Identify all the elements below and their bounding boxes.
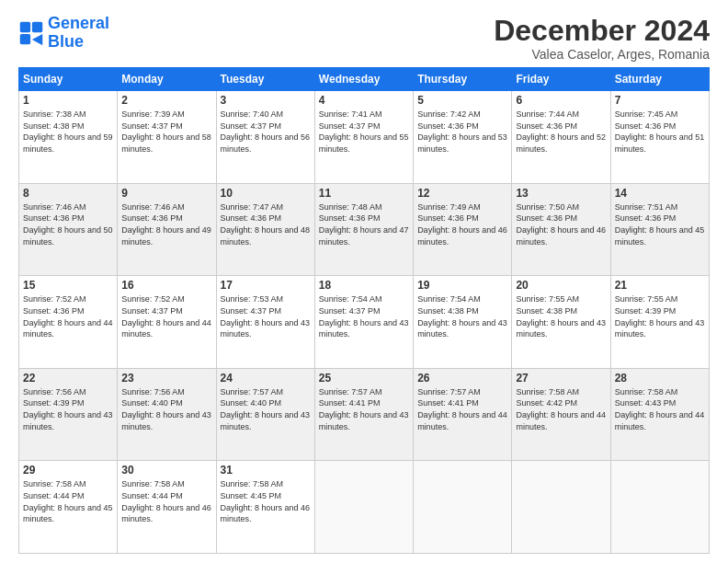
calendar-day-cell: 13Sunrise: 7:50 AMSunset: 4:36 PMDayligh… xyxy=(512,183,610,276)
title-block: December 2024 Valea Caselor, Arges, Roma… xyxy=(494,15,710,62)
calendar-day-cell xyxy=(512,461,610,554)
day-info: Sunrise: 7:45 AMSunset: 4:36 PMDaylight:… xyxy=(615,109,705,155)
day-number: 7 xyxy=(615,94,705,107)
day-info: Sunrise: 7:57 AMSunset: 4:40 PMDaylight:… xyxy=(221,386,311,432)
subtitle: Valea Caselor, Arges, Romania xyxy=(494,47,710,62)
day-number: 9 xyxy=(121,187,211,200)
calendar-day-cell: 19Sunrise: 7:54 AMSunset: 4:38 PMDayligh… xyxy=(414,276,512,369)
day-number: 30 xyxy=(121,464,211,477)
day-info: Sunrise: 7:57 AMSunset: 4:41 PMDaylight:… xyxy=(319,386,409,432)
calendar-day-cell: 30Sunrise: 7:58 AMSunset: 4:44 PMDayligh… xyxy=(118,461,216,554)
calendar-day-cell: 8Sunrise: 7:46 AMSunset: 4:36 PMDaylight… xyxy=(19,183,118,276)
day-number: 25 xyxy=(319,372,409,385)
calendar-week-row: 15Sunrise: 7:52 AMSunset: 4:36 PMDayligh… xyxy=(19,276,710,369)
day-info: Sunrise: 7:49 AMSunset: 4:36 PMDaylight:… xyxy=(417,201,507,247)
day-info: Sunrise: 7:46 AMSunset: 4:36 PMDaylight:… xyxy=(23,201,113,247)
calendar-day-cell: 22Sunrise: 7:56 AMSunset: 4:39 PMDayligh… xyxy=(19,368,118,461)
calendar-header-row: SundayMondayTuesdayWednesdayThursdayFrid… xyxy=(19,68,710,91)
day-info: Sunrise: 7:50 AMSunset: 4:36 PMDaylight:… xyxy=(516,201,606,247)
logo-icon xyxy=(18,20,44,46)
day-number: 5 xyxy=(417,94,507,107)
calendar-body: 1Sunrise: 7:38 AMSunset: 4:38 PMDaylight… xyxy=(19,91,710,554)
calendar-day-cell: 26Sunrise: 7:57 AMSunset: 4:41 PMDayligh… xyxy=(414,368,512,461)
day-info: Sunrise: 7:42 AMSunset: 4:36 PMDaylight:… xyxy=(417,109,507,155)
calendar-day-cell: 17Sunrise: 7:53 AMSunset: 4:37 PMDayligh… xyxy=(216,276,314,369)
day-info: Sunrise: 7:51 AMSunset: 4:36 PMDaylight:… xyxy=(615,201,705,247)
calendar-day-cell: 15Sunrise: 7:52 AMSunset: 4:36 PMDayligh… xyxy=(19,276,118,369)
day-info: Sunrise: 7:56 AMSunset: 4:40 PMDaylight:… xyxy=(121,386,211,432)
logo-text: General Blue xyxy=(48,15,109,52)
calendar-day-cell: 6Sunrise: 7:44 AMSunset: 4:36 PMDaylight… xyxy=(512,91,610,184)
day-number: 22 xyxy=(23,372,113,385)
day-number: 3 xyxy=(221,94,311,107)
calendar-day-cell: 16Sunrise: 7:52 AMSunset: 4:37 PMDayligh… xyxy=(118,276,216,369)
day-info: Sunrise: 7:39 AMSunset: 4:37 PMDaylight:… xyxy=(121,109,211,155)
calendar-week-row: 8Sunrise: 7:46 AMSunset: 4:36 PMDaylight… xyxy=(19,183,710,276)
day-info: Sunrise: 7:55 AMSunset: 4:38 PMDaylight:… xyxy=(516,293,606,339)
logo: General Blue xyxy=(18,15,109,52)
calendar-week-row: 1Sunrise: 7:38 AMSunset: 4:38 PMDaylight… xyxy=(19,91,710,184)
calendar-day-cell: 12Sunrise: 7:49 AMSunset: 4:36 PMDayligh… xyxy=(414,183,512,276)
day-info: Sunrise: 7:47 AMSunset: 4:36 PMDaylight:… xyxy=(221,201,311,247)
calendar-day-cell xyxy=(610,461,709,554)
day-number: 4 xyxy=(319,94,409,107)
day-info: Sunrise: 7:52 AMSunset: 4:37 PMDaylight:… xyxy=(121,293,211,339)
calendar-table: SundayMondayTuesdayWednesdayThursdayFrid… xyxy=(18,67,710,554)
day-info: Sunrise: 7:54 AMSunset: 4:37 PMDaylight:… xyxy=(319,293,409,339)
calendar-day-cell: 28Sunrise: 7:58 AMSunset: 4:43 PMDayligh… xyxy=(610,368,709,461)
day-info: Sunrise: 7:41 AMSunset: 4:37 PMDaylight:… xyxy=(319,109,409,155)
day-info: Sunrise: 7:55 AMSunset: 4:39 PMDaylight:… xyxy=(615,293,705,339)
calendar-day-cell: 11Sunrise: 7:48 AMSunset: 4:36 PMDayligh… xyxy=(314,183,413,276)
calendar-week-row: 29Sunrise: 7:58 AMSunset: 4:44 PMDayligh… xyxy=(19,461,710,554)
day-number: 31 xyxy=(221,464,311,477)
day-info: Sunrise: 7:52 AMSunset: 4:36 PMDaylight:… xyxy=(23,293,113,339)
day-number: 2 xyxy=(121,94,211,107)
day-header: Friday xyxy=(512,68,610,91)
calendar-week-row: 22Sunrise: 7:56 AMSunset: 4:39 PMDayligh… xyxy=(19,368,710,461)
calendar-day-cell xyxy=(414,461,512,554)
calendar-day-cell: 20Sunrise: 7:55 AMSunset: 4:38 PMDayligh… xyxy=(512,276,610,369)
calendar-day-cell: 10Sunrise: 7:47 AMSunset: 4:36 PMDayligh… xyxy=(216,183,314,276)
day-number: 10 xyxy=(221,187,311,200)
day-number: 15 xyxy=(23,279,113,292)
calendar-day-cell: 9Sunrise: 7:46 AMSunset: 4:36 PMDaylight… xyxy=(118,183,216,276)
day-number: 1 xyxy=(23,94,113,107)
day-number: 26 xyxy=(417,372,507,385)
day-info: Sunrise: 7:58 AMSunset: 4:43 PMDaylight:… xyxy=(615,386,705,432)
day-header: Monday xyxy=(118,68,216,91)
day-number: 20 xyxy=(516,279,606,292)
day-number: 17 xyxy=(221,279,311,292)
day-number: 13 xyxy=(516,187,606,200)
calendar-day-cell: 27Sunrise: 7:58 AMSunset: 4:42 PMDayligh… xyxy=(512,368,610,461)
day-info: Sunrise: 7:58 AMSunset: 4:42 PMDaylight:… xyxy=(516,386,606,432)
day-info: Sunrise: 7:58 AMSunset: 4:45 PMDaylight:… xyxy=(221,478,311,524)
day-number: 29 xyxy=(23,464,113,477)
calendar-day-cell: 21Sunrise: 7:55 AMSunset: 4:39 PMDayligh… xyxy=(610,276,709,369)
svg-rect-0 xyxy=(20,22,30,32)
main-title: December 2024 xyxy=(494,15,710,47)
day-number: 21 xyxy=(615,279,705,292)
day-number: 28 xyxy=(615,372,705,385)
svg-rect-2 xyxy=(20,34,30,44)
day-info: Sunrise: 7:44 AMSunset: 4:36 PMDaylight:… xyxy=(516,109,606,155)
day-number: 24 xyxy=(221,372,311,385)
day-number: 18 xyxy=(319,279,409,292)
calendar-day-cell: 18Sunrise: 7:54 AMSunset: 4:37 PMDayligh… xyxy=(314,276,413,369)
day-number: 11 xyxy=(319,187,409,200)
day-info: Sunrise: 7:38 AMSunset: 4:38 PMDaylight:… xyxy=(23,109,113,155)
calendar-day-cell: 5Sunrise: 7:42 AMSunset: 4:36 PMDaylight… xyxy=(414,91,512,184)
day-header: Sunday xyxy=(19,68,118,91)
day-info: Sunrise: 7:48 AMSunset: 4:36 PMDaylight:… xyxy=(319,201,409,247)
day-number: 8 xyxy=(23,187,113,200)
day-info: Sunrise: 7:57 AMSunset: 4:41 PMDaylight:… xyxy=(417,386,507,432)
day-info: Sunrise: 7:58 AMSunset: 4:44 PMDaylight:… xyxy=(121,478,211,524)
day-number: 6 xyxy=(516,94,606,107)
day-header: Tuesday xyxy=(216,68,314,91)
calendar-day-cell: 24Sunrise: 7:57 AMSunset: 4:40 PMDayligh… xyxy=(216,368,314,461)
page: General Blue December 2024 Valea Caselor… xyxy=(0,0,728,563)
day-info: Sunrise: 7:40 AMSunset: 4:37 PMDaylight:… xyxy=(221,109,311,155)
calendar-day-cell: 31Sunrise: 7:58 AMSunset: 4:45 PMDayligh… xyxy=(216,461,314,554)
calendar-day-cell: 7Sunrise: 7:45 AMSunset: 4:36 PMDaylight… xyxy=(610,91,709,184)
calendar-day-cell: 4Sunrise: 7:41 AMSunset: 4:37 PMDaylight… xyxy=(314,91,413,184)
calendar-day-cell: 29Sunrise: 7:58 AMSunset: 4:44 PMDayligh… xyxy=(19,461,118,554)
